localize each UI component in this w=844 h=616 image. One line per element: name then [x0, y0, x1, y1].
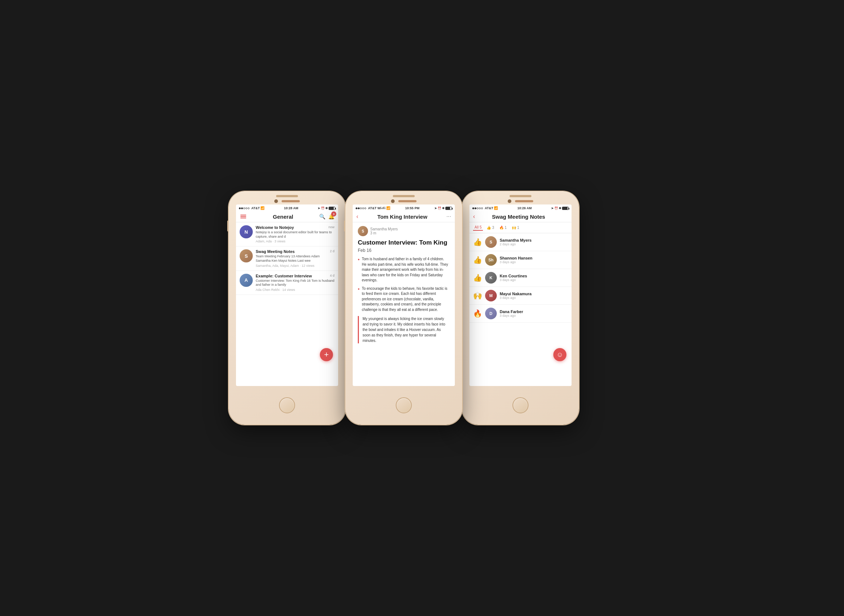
location-icon-right: ➤ [551, 207, 554, 210]
author-name-mid: Samantha Myers [370, 227, 398, 231]
camera-right [508, 199, 511, 203]
tab-celebrate[interactable]: 🙌 1 [510, 225, 521, 230]
reaction-time-3: 3 days ago [500, 278, 568, 282]
nav-title-right: Swag Meeting Notes [492, 214, 545, 220]
reaction-emoji-4: 🙌 [473, 291, 482, 300]
reaction-avatar-1: S [485, 236, 497, 248]
nav-bar-right: ‹ Swag Meeting Notes [469, 211, 572, 222]
reaction-item[interactable]: 👍 K Ken Courtines 3 days ago [469, 269, 572, 287]
screen-mid: AT&T Wi-Fi 📶 10:55 PM ➤ ⏰ ✱ ‹ Tom King I… [353, 204, 455, 386]
alarm-icon-left: ⏰ [321, 207, 325, 210]
phone-mid: AT&T Wi-Fi 📶 10:55 PM ➤ ⏰ ✱ ‹ Tom King I… [346, 191, 462, 425]
reaction-item[interactable]: 🙌 M Mayui Nakamura 3 days ago [469, 287, 572, 305]
notification-badge[interactable]: 🔔 3 [328, 213, 334, 220]
doc-blockquote: My youngest is always licking the ice cr… [358, 316, 450, 343]
tab-thumbsup[interactable]: 👍 3 [485, 225, 495, 230]
bluetooth-icon-left: ✱ [325, 207, 328, 210]
tab-fire[interactable]: 🔥 1 [498, 225, 508, 230]
home-button-left[interactable] [279, 397, 295, 414]
thumbsup-count: 3 [492, 226, 494, 230]
bullet-text-2: To encourage the kids to behave, his fav… [362, 286, 450, 313]
search-icon-left[interactable]: 🔍 [319, 214, 325, 219]
tab-all-label: All [475, 225, 479, 229]
doc-bullets: • Tom is husband and father in a family … [358, 257, 450, 312]
item-meta-welcome: Adam, Ada · 3 views [256, 239, 334, 243]
phone-left: AT&T 📶 10:28 AM ➤ ⏰ ✱ [229, 191, 346, 425]
avatar-interview: A [240, 274, 253, 287]
carrier-right: AT&T [485, 206, 493, 210]
front-speaker-mid [398, 200, 416, 202]
alarm-icon-right: ⏰ [554, 207, 558, 210]
nav-bar-mid: ‹ Tom King Interview ··· [353, 211, 455, 222]
reaction-avatar-3: K [485, 272, 497, 284]
home-button-right[interactable] [512, 397, 528, 414]
fire-emoji: 🔥 [499, 226, 504, 230]
reaction-time-5: 3 days ago [500, 314, 568, 317]
reaction-emoji-2: 👍 [473, 255, 482, 264]
bullet-dot-1: • [358, 257, 360, 262]
nav-title-mid: Tom King Interview [377, 214, 427, 220]
front-speaker-left [282, 200, 300, 202]
list-item[interactable]: S Swag Meeting Notes 2 d Team Meeting Fe… [236, 246, 338, 270]
phone-top-mid [346, 191, 462, 204]
camera-left [274, 199, 278, 203]
item-time-welcome: now [328, 225, 334, 229]
list-item[interactable]: N Welcome to Notejoy now Notejoy is a so… [236, 222, 338, 246]
time-right: 10:26 AM [518, 206, 532, 210]
hamburger-button[interactable] [240, 213, 247, 220]
reaction-name-1: Samantha Myers [500, 238, 568, 242]
add-fab[interactable]: + [320, 348, 333, 361]
location-icon-left: ➤ [318, 207, 320, 210]
list-content-left: N Welcome to Notejoy now Notejoy is a so… [236, 222, 338, 386]
item-preview-welcome: Notejoy is a social document editor buil… [256, 230, 334, 239]
battery-mid [446, 207, 452, 210]
signal-right [472, 207, 483, 209]
more-icon-mid[interactable]: ··· [446, 213, 451, 220]
alarm-icon-mid: ⏰ [438, 207, 441, 210]
tab-all[interactable]: All 5 [473, 224, 483, 231]
speaker-left [276, 195, 298, 197]
item-time-interview: 4 d [330, 274, 334, 277]
doc-title-mid: Customer Interview: Tom King [358, 239, 450, 246]
front-speaker-right [515, 200, 533, 202]
reaction-time-4: 3 days ago [500, 296, 568, 300]
home-button-mid[interactable] [396, 397, 412, 414]
reaction-item[interactable]: 🔥 D Dana Farber 3 days ago [469, 305, 572, 323]
thumbsup-emoji: 👍 [487, 226, 491, 230]
phones-container: AT&T 📶 10:28 AM ➤ ⏰ ✱ [221, 158, 623, 458]
bullet-dot-2: • [358, 286, 360, 292]
reaction-item[interactable]: 👍 S Samantha Myers 2 days ago [469, 233, 572, 251]
reaction-name-3: Ken Courtines [500, 274, 568, 278]
reaction-emoji-3: 👍 [473, 273, 482, 282]
emoji-fab[interactable]: ☺ [553, 348, 566, 361]
item-preview-swag: Team Meeting February 13 Attendees Adam … [256, 254, 334, 263]
reaction-item[interactable]: 👍 Sh Shannon Hansen 3 days ago [469, 251, 572, 269]
item-title-swag: Swag Meeting Notes [256, 249, 295, 254]
location-icon-mid: ➤ [434, 207, 437, 210]
item-title-welcome: Welcome to Notejoy [256, 225, 294, 230]
time-left: 10:28 AM [284, 206, 298, 210]
reaction-list: 👍 S Samantha Myers 2 days ago 👍 Sh Shann… [469, 233, 572, 386]
status-bar-left: AT&T 📶 10:28 AM ➤ ⏰ ✱ [236, 204, 338, 211]
signal-left [239, 207, 250, 209]
back-icon-mid[interactable]: ‹ [356, 213, 358, 220]
reactions-nav: All 5 👍 3 🔥 1 🙌 1 [469, 222, 572, 233]
time-mid: 10:55 PM [405, 206, 419, 210]
avatar-welcome: N [240, 225, 253, 238]
badge-count: 3 [331, 211, 336, 217]
reaction-emoji-5: 🔥 [473, 309, 482, 318]
wifi-icon-left: 📶 [260, 206, 265, 210]
item-meta-interview: Ada Chen Rekhi · 14 views [256, 288, 334, 292]
celebrate-emoji: 🙌 [512, 226, 516, 230]
camera-mid [391, 199, 395, 203]
list-item[interactable]: A Example: Customer Interview 4 d Custom… [236, 271, 338, 295]
reaction-name-5: Dana Farber [500, 309, 568, 314]
phone-right: AT&T 📶 10:26 AM ➤ ⏰ ✱ ‹ Swag Meeting Not… [462, 191, 579, 425]
reaction-avatar-4: M [485, 290, 497, 301]
battery-left [329, 207, 335, 210]
reaction-avatar-2: Sh [485, 254, 497, 266]
back-icon-right[interactable]: ‹ [473, 213, 475, 220]
reaction-avatar-5: D [485, 308, 497, 319]
reaction-emoji-1: 👍 [473, 238, 482, 246]
wifi-icon-right: 📶 [494, 206, 498, 210]
